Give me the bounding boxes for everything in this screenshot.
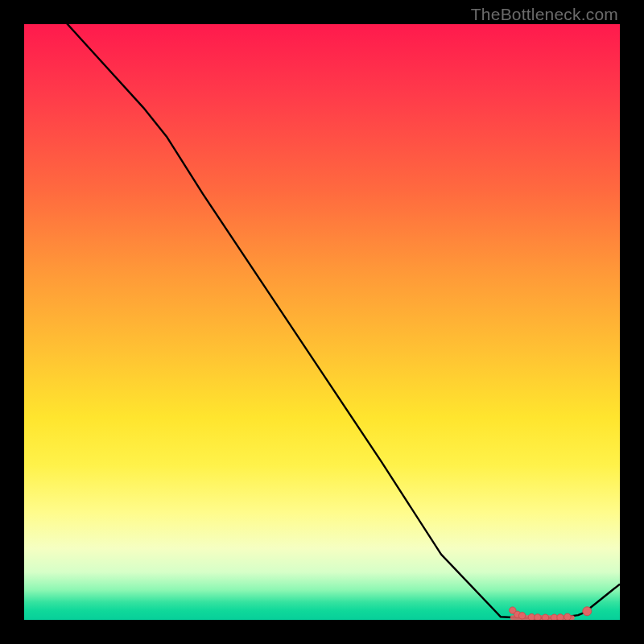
bottleneck-curve	[24, 24, 620, 618]
watermark-text: TheBottleneck.com	[471, 5, 618, 24]
chart-frame: TheBottleneck.com	[0, 0, 644, 644]
data-point	[542, 614, 548, 620]
chart-svg	[24, 24, 620, 620]
line-series	[24, 24, 620, 618]
data-point	[583, 607, 592, 616]
data-point	[535, 614, 541, 620]
data-point	[557, 614, 564, 620]
data-point	[564, 613, 571, 620]
gradient-plot-area	[24, 24, 620, 620]
data-point	[518, 613, 525, 619]
